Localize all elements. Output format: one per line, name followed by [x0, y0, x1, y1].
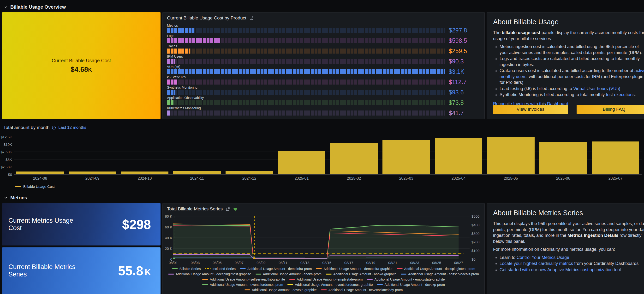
gauge-label: Synthetic Monitoring: [167, 86, 480, 89]
bullet-item: Logs and traces costs are calculated and…: [500, 56, 644, 68]
legend-label: Additional Usage Amount - docsplugintest…: [176, 272, 251, 276]
panel-cost-by-product: Current Billable Usage Cost by Product M…: [162, 12, 485, 119]
gauge-bar[interactable]: [167, 80, 445, 85]
legend-swatch: [256, 273, 261, 274]
legend-label: Additional Usage Amount - emptystate-pro…: [297, 277, 363, 281]
y-axis-label: $500: [472, 214, 480, 218]
legend-item[interactable]: Additional Usage Amount - newstackmelody…: [321, 288, 403, 292]
external-link-icon[interactable]: [226, 207, 230, 211]
gauge-bar[interactable]: [167, 49, 445, 54]
bar-gauge-list: Metrics$297.8Logs$598.5Traces$259.5IRM U…: [163, 22, 484, 116]
legend-item[interactable]: Billable Series: [172, 267, 201, 271]
external-link-icon[interactable]: [249, 16, 254, 21]
stat-value-number: 55.8: [118, 263, 143, 278]
timeseries-left-axis: 020 K40 K60 K80 K: [164, 216, 172, 259]
section-row-billable-usage-overview[interactable]: Billable Usage Overview: [3, 3, 66, 11]
section-title-overview: Billable Usage Overview: [10, 4, 66, 10]
billing-buttons-row: View Invoices Billing FAQ: [493, 105, 644, 114]
legend-swatch: [205, 268, 211, 269]
legend-item[interactable]: Additional Usage Amount - eventsfordemos…: [202, 283, 283, 286]
legend-item[interactable]: Additional Usage Amount - demoinfra-prom: [240, 267, 312, 271]
gauge-bar[interactable]: [167, 59, 445, 64]
legend-label: Additional Usage Amount - docsplugintest…: [404, 267, 475, 271]
inline-link[interactable]: Locate your highest cardinality metrics: [500, 261, 573, 266]
x-axis-label: 2024-09: [66, 176, 118, 181]
y-axis-label: 80 K: [165, 214, 172, 218]
month-bar-chart: $0$2.50K$5K$7.50K$10K$12.5K: [14, 137, 642, 174]
x-axis-label: 2025-07: [589, 176, 642, 181]
legend-item[interactable]: Additional Usage Amount - eventsfordemos…: [288, 283, 373, 286]
stat-value-number: $4.68: [70, 66, 88, 73]
inline-link[interactable]: Control Your Metrics Usage: [516, 255, 569, 260]
legend-item[interactable]: Additional Usage Amount - docsplugintest…: [397, 267, 475, 271]
inline-link[interactable]: Get started with our new Adaptive Metric…: [500, 267, 622, 272]
month-legend-item[interactable]: Billable Usage Cost: [15, 184, 55, 189]
gauge-bar[interactable]: [167, 100, 445, 105]
gauge-row-traces: Traces$259.5: [167, 44, 480, 54]
y-axis-label: $300: [472, 231, 480, 235]
y-axis-label: $100: [472, 249, 480, 253]
billing-faq-button[interactable]: Billing FAQ: [576, 105, 644, 114]
gauge-bar[interactable]: [167, 28, 445, 33]
legend-item[interactable]: Additional Usage Amount - ahoka-prom: [256, 272, 322, 276]
bar-2024-09[interactable]: [68, 171, 116, 174]
y-axis-label: 40 K: [165, 236, 172, 240]
legend-item[interactable]: Additional Usage Amount - devexp-graphit…: [244, 288, 317, 292]
legend-item[interactable]: Additional Usage Amount - selfserveactki…: [202, 277, 285, 281]
legend-label: Additional Usage Amount - selfserveactki…: [408, 272, 479, 276]
bar-2025-05[interactable]: [487, 137, 534, 174]
legend-swatch: [367, 279, 373, 280]
gauge-value: $259.5: [449, 49, 467, 54]
y-axis-label: $5K: [0, 157, 12, 161]
panel-about-billable-usage: About Billable Usage The billable usage …: [486, 12, 644, 119]
legend-item[interactable]: Additional Usage Amount - emptystate-gra…: [367, 277, 444, 281]
legend-item[interactable]: Additional Usage Amount - ahoka-graphite: [326, 272, 396, 276]
stat-value: $4.68K: [70, 66, 92, 74]
legend-swatch: [316, 268, 322, 269]
text-segment: Logs and traces costs are calculated and…: [500, 56, 640, 67]
legend-label: Additional Usage Amount - eventsfordemos…: [210, 283, 283, 286]
bar-2025-02[interactable]: [330, 143, 378, 174]
panel-total-billable-metrics-series: Total Billable Metrics Series 020 K40 K6…: [162, 203, 485, 294]
legend-item[interactable]: Additional Usage Amount - demoinfra-grap…: [316, 267, 392, 271]
about-metrics-title: About Billable Metrics Series: [493, 208, 644, 218]
gauge-value: $73.8: [449, 100, 464, 105]
legend-label: Additional Usage Amount - devexp-graphit…: [252, 288, 317, 292]
gauge-label: Traces: [167, 44, 480, 48]
bar-2024-08[interactable]: [16, 171, 64, 174]
bar-2024-12[interactable]: [226, 171, 273, 174]
gauge-label: Logs: [167, 34, 480, 38]
bar-2025-04[interactable]: [435, 138, 482, 174]
time-range-label[interactable]: Last 12 months: [58, 125, 86, 130]
gauge-value: $297.8: [449, 28, 467, 33]
view-invoices-button[interactable]: View Invoices: [493, 105, 568, 114]
inline-link[interactable]: Virtual User hours (VUh): [573, 86, 620, 91]
bar-2024-10[interactable]: [121, 171, 168, 174]
legend-swatch: [321, 289, 327, 290]
bar-2025-07[interactable]: [592, 141, 639, 174]
bar-2025-03[interactable]: [382, 140, 430, 174]
legend-item[interactable]: Included Series: [205, 267, 236, 271]
panel-title-total-billable-metrics-series: Total Billable Metrics Series: [167, 206, 223, 212]
legend-item[interactable]: Additional Usage Amount - docsplugintest…: [168, 272, 251, 276]
green-heart-icon: [233, 207, 238, 211]
gauge-bar[interactable]: [167, 69, 445, 74]
x-axis-label: 2024-12: [223, 176, 276, 181]
gauge-value: $93.6: [449, 90, 464, 95]
bar-2025-01[interactable]: [278, 151, 325, 174]
legend-item[interactable]: Additional Usage Amount - selfserveactki…: [401, 272, 479, 276]
gauge-row-synthetic-monitoring: Synthetic Monitoring$93.6: [167, 86, 480, 95]
legend-label: Additional Usage Amount - eventsfordemos…: [295, 283, 373, 286]
inline-link[interactable]: test executions: [606, 92, 635, 97]
legend-item[interactable]: Additional Usage Amount - devexp-prom: [377, 283, 444, 286]
bar-2024-11[interactable]: [173, 171, 221, 174]
legend-item[interactable]: Additional Usage Amount - emptystate-pro…: [289, 277, 363, 281]
section-row-metrics[interactable]: Metrics: [3, 194, 27, 202]
gauge-bar[interactable]: [167, 38, 445, 43]
gauge-bar[interactable]: [167, 90, 445, 95]
bar-2025-06[interactable]: [540, 142, 587, 174]
about-metrics-bullets: Learn to Control Your Metrics UsageLocat…: [493, 255, 644, 273]
gauge-bar[interactable]: [167, 111, 445, 116]
stat-label: Current Billable Metrics Series: [8, 263, 88, 278]
about-usage-bullets: Metrics ingestion cost is calculated and…: [493, 44, 644, 98]
